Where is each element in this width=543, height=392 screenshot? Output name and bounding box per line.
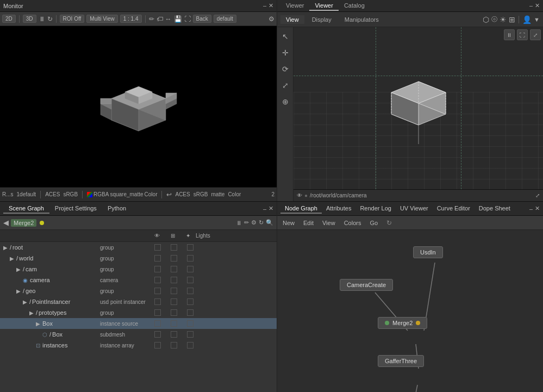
scene-row-cam[interactable]: ▶ / cam group [0, 264, 277, 275]
viewer-person-icon[interactable]: 👤 [522, 15, 532, 24]
scene-check-geo-1[interactable] [154, 288, 161, 294]
scene-check-camera-1[interactable] [154, 277, 161, 283]
viewer-rotate-tool[interactable]: ⟳ [279, 63, 291, 75]
scene-check-camera-2[interactable] [171, 277, 177, 283]
scene-check-pi-2[interactable] [171, 298, 177, 305]
scene-check-root-1[interactable] [154, 244, 161, 251]
viewer-grid-icon[interactable]: ⊞ [509, 15, 515, 24]
node-merge2[interactable]: Merge2 [378, 317, 427, 329]
node-tab-nodegraph[interactable]: Node Graph [280, 204, 322, 214]
node-refresh-icon[interactable]: ↻ [386, 219, 392, 227]
scene-check-box-1[interactable] [154, 320, 161, 327]
save-icon[interactable]: 💾 [174, 15, 182, 23]
scene-pause-icon[interactable]: ⏸ [236, 220, 242, 226]
node-btn-view[interactable]: View [320, 219, 338, 227]
viewer-chevron-icon[interactable]: ▼ [534, 16, 540, 23]
btn-roi[interactable]: ROI Off [60, 15, 85, 23]
viewer-expand-btn[interactable]: ⤢ [530, 29, 541, 40]
viewer-cube-icon[interactable]: ⬡ [483, 15, 489, 24]
node-minimize-icon[interactable]: – [529, 206, 533, 212]
scene-refresh-icon[interactable]: ↻ [259, 219, 264, 226]
viewer-camera-tool[interactable]: ⊕ [279, 96, 291, 108]
scene-check-pi-1[interactable] [154, 298, 161, 305]
scene-search-icon[interactable]: 🔍 [266, 219, 273, 226]
node-btn-new[interactable]: New [280, 219, 297, 227]
viewer-tab-view[interactable]: View [280, 15, 304, 24]
scene-check-cam-3[interactable] [187, 266, 194, 272]
node-cameracreate[interactable]: CameraCreate [340, 279, 393, 291]
node-tab-dopsheet[interactable]: Dope Sheet [475, 204, 515, 214]
monitor-pause-icon[interactable]: ⏸ [39, 15, 45, 23]
btn-back[interactable]: Back [193, 15, 211, 23]
scene-check-inst-2[interactable] [171, 342, 177, 349]
btn-multiview[interactable]: Multi View [86, 15, 117, 23]
scene-check-root-2[interactable] [171, 244, 177, 251]
viewer-select-tool[interactable]: ↖ [279, 30, 291, 42]
viewer-tab-catalog[interactable]: Catalog [339, 1, 370, 11]
scene-check-world-3[interactable] [187, 255, 194, 262]
monitor-settings-icon[interactable]: ⚙ [269, 15, 274, 23]
node-btn-colors[interactable]: Colors [342, 219, 364, 227]
monitor-close-icon[interactable]: ✕ [269, 2, 273, 9]
scene-close-icon[interactable]: ✕ [269, 205, 273, 212]
scene-minimize-icon[interactable]: – [263, 206, 266, 212]
scene-check-proto-3[interactable] [187, 309, 194, 316]
node-tab-attributes[interactable]: Attributes [322, 204, 355, 214]
scene-check-geo-3[interactable] [187, 288, 194, 294]
viewer-expand-icon2[interactable]: ⤢ [535, 192, 540, 198]
scene-check-root-3[interactable] [187, 244, 194, 251]
viewer-tab-manipulators[interactable]: Manipulators [339, 15, 384, 24]
scene-row-world[interactable]: ▶ / world group [0, 253, 277, 264]
scene-check-box-2[interactable] [171, 320, 177, 327]
node-gafferthree[interactable]: GafferThree [378, 355, 424, 367]
viewer-eye-icon[interactable]: 👁 [297, 192, 302, 198]
scene-check-cam-2[interactable] [171, 266, 177, 272]
scene-row-instances[interactable]: ⊡ instances instance array [0, 340, 277, 351]
scene-tab-projectsettings[interactable]: Project Settings [49, 204, 102, 214]
viewer-minimize-icon[interactable]: – [529, 2, 533, 9]
viewer-move-tool[interactable]: ✛ [279, 47, 291, 59]
scene-tab-scenegraph[interactable]: Scene Graph [3, 204, 49, 214]
scene-check-proto-1[interactable] [154, 309, 161, 316]
scene-check-camera-3[interactable] [187, 277, 194, 283]
node-btn-edit[interactable]: Edit [301, 219, 316, 227]
scene-row-box-sub[interactable]: ⬡ / Box subdmesh [0, 329, 277, 340]
scene-check-boxsub-3[interactable] [187, 331, 194, 338]
monitor-minimize-icon[interactable]: – [263, 2, 266, 9]
viewer-light-icon[interactable]: ☀ [500, 15, 507, 24]
node-usdin[interactable]: UsdIn [413, 246, 443, 258]
expand-icon[interactable]: ⛶ [184, 15, 191, 23]
viewer-close-icon[interactable]: ✕ [535, 2, 540, 9]
scene-row-prototypes[interactable]: ▶ / prototypes group [0, 307, 277, 318]
scene-check-inst-3[interactable] [187, 342, 194, 349]
btn-default[interactable]: default [214, 15, 236, 23]
tag-icon[interactable]: 🏷 [157, 15, 163, 23]
node-tab-uvviewer[interactable]: UV Viewer [396, 204, 433, 214]
viewer-tab-display[interactable]: Display [307, 15, 337, 24]
arrows-icon[interactable]: ↔ [165, 15, 172, 23]
node-close-icon[interactable]: ✕ [535, 205, 540, 212]
viewer-tab-viewer1[interactable]: Viewer [280, 1, 309, 11]
viewer-tab-viewer2[interactable]: Viewer [309, 1, 338, 11]
scene-back-icon[interactable]: ◀ [3, 219, 9, 227]
node-btn-go[interactable]: Go [367, 219, 380, 227]
scene-row-camera[interactable]: ◉ camera camera [0, 275, 277, 285]
scene-check-boxsub-1[interactable] [154, 331, 161, 338]
scene-check-box-3[interactable] [187, 320, 194, 327]
viewer-fullscreen-btn[interactable]: ⛶ [517, 29, 528, 40]
monitor-pause-icon2[interactable]: ↩ [166, 191, 172, 198]
monitor-refresh-icon[interactable]: ↻ [47, 15, 53, 23]
scene-check-cam-1[interactable] [154, 266, 161, 272]
scene-check-world-2[interactable] [171, 255, 177, 262]
scene-row-geo[interactable]: ▶ / geo group [0, 285, 277, 296]
scene-pencil-icon[interactable]: ✏ [244, 219, 249, 226]
btn-ratio[interactable]: 1 : 1.4 [120, 15, 142, 23]
scene-check-geo-2[interactable] [171, 288, 177, 294]
node-tab-renderlog[interactable]: Render Log [355, 204, 396, 214]
scene-row-box[interactable]: ▶ Box instance source [0, 318, 277, 329]
scene-check-inst-1[interactable] [154, 342, 161, 349]
scene-row-pointinstancer[interactable]: ▶ / PointInstancer usd point instancer [0, 296, 277, 307]
viewer-sphere-icon[interactable]: ⦾ [491, 15, 497, 24]
scene-gear-icon[interactable]: ⚙ [251, 219, 257, 226]
viewer-pause-btn[interactable]: ⏸ [504, 29, 515, 40]
